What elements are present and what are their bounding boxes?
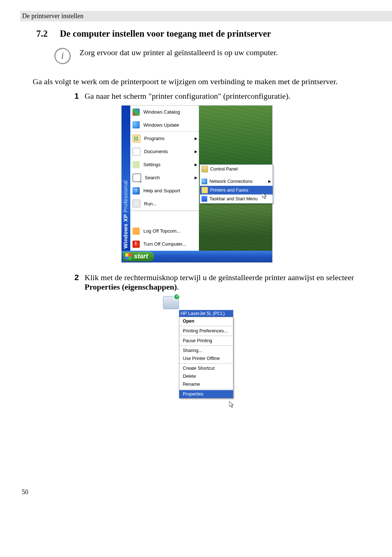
desktop-background: Control Panel Network Connections▶ Print… — [199, 106, 272, 251]
start-menu-brand-strip: Windows XP Professional — [122, 106, 130, 251]
ctx-printing-preferences[interactable]: Printing Preferences... — [179, 327, 233, 335]
menu-run[interactable]: Run... — [130, 197, 199, 210]
power-icon — [132, 241, 140, 248]
printer-context-menu: Open Printing Preferences... Pause Print… — [179, 317, 233, 398]
intro-paragraph: Ga als volgt te werk om de printerpoort … — [33, 77, 372, 87]
ctx-properties[interactable]: Properties — [179, 390, 233, 398]
ctx-create-shortcut[interactable]: Create Shortcut — [179, 364, 233, 372]
printer-icon — [201, 187, 208, 193]
svg-marker-0 — [262, 193, 266, 199]
info-icon: i — [54, 48, 70, 64]
menu-programs[interactable]: Programs▶ — [130, 132, 199, 145]
menu-windows-catalog[interactable]: Windows Catalog — [130, 106, 199, 119]
programs-icon — [132, 135, 140, 143]
step-2-number: 2 — [74, 273, 85, 292]
menu-logoff[interactable]: Log Off Topcom... — [130, 225, 199, 238]
start-button[interactable]: start — [123, 252, 154, 261]
menu-turnoff[interactable]: Turn Off Computer... — [130, 238, 199, 251]
chevron-right-icon: ▶ — [195, 163, 197, 167]
page-number: 50 — [22, 488, 372, 496]
menu-search[interactable]: Search▶ — [130, 171, 199, 184]
step-1-number: 1 — [74, 91, 85, 101]
control-panel-icon — [201, 166, 208, 172]
ctx-open[interactable]: Open — [179, 317, 233, 325]
chevron-right-icon: ▶ — [195, 150, 197, 153]
svg-marker-1 — [229, 401, 233, 407]
run-icon — [132, 200, 140, 208]
cursor-icon — [229, 401, 235, 409]
windows-flag-icon — [125, 253, 132, 260]
running-header: De printserver instellen — [20, 11, 392, 21]
menu-settings[interactable]: Settings▶ — [130, 158, 199, 171]
submenu-control-panel[interactable]: Control Panel — [200, 165, 273, 173]
submenu-printers-faxes[interactable]: Printers and Faxes — [200, 186, 273, 194]
logoff-icon — [132, 228, 140, 235]
start-menu-column: Windows Catalog Windows Update Programs▶… — [130, 106, 199, 251]
taskbar-icon — [201, 196, 207, 202]
section-number: 7.2 — [36, 29, 60, 39]
step-1: 1 Ga naar het scherm "printer configurat… — [74, 91, 372, 101]
flag-icon — [132, 108, 140, 116]
menu-documents[interactable]: Documents▶ — [130, 145, 199, 158]
ctx-delete[interactable]: Delete — [179, 372, 233, 380]
ctx-use-offline[interactable]: Use Printer Offline — [179, 355, 233, 363]
submenu-taskbar[interactable]: Taskbar and Start Menu — [200, 194, 273, 203]
section-heading: 7.2 De computer instellen voor toegang m… — [36, 29, 372, 39]
search-icon — [132, 173, 141, 182]
ctx-pause-printing[interactable]: Pause Printing — [179, 337, 233, 345]
step-2: 2 Klik met de rechtermuisknop terwijl u … — [74, 273, 372, 292]
printer-device-icon[interactable] — [163, 296, 179, 309]
step-2-text: Klik met de rechtermuisknop terwijl u de… — [85, 273, 372, 292]
step-1-text: Ga naar het scherm "printer configuratio… — [85, 91, 372, 101]
info-note-text: Zorg ervoor dat uw printer al geïnstalle… — [79, 48, 278, 57]
start-menu-screenshot: Windows XP Professional Windows Catalog … — [121, 105, 273, 263]
context-menu-screenshot: HP LaserJet 5L (PCL) Open Printing Prefe… — [161, 296, 233, 409]
ctx-rename[interactable]: Rename — [179, 380, 233, 388]
section-title-text: De computer instellen voor toegang met d… — [60, 29, 271, 39]
taskbar: start — [122, 251, 272, 262]
chevron-right-icon: ▶ — [195, 176, 197, 180]
documents-icon — [132, 148, 140, 156]
globe-icon — [132, 121, 140, 128]
submenu-network[interactable]: Network Connections▶ — [200, 177, 273, 186]
ctx-sharing[interactable]: Sharing... — [179, 347, 233, 355]
network-icon — [201, 179, 207, 184]
menu-help[interactable]: ?Help and Support — [130, 184, 199, 197]
printer-name-label: HP LaserJet 5L (PCL) — [179, 310, 233, 317]
chevron-right-icon: ▶ — [268, 179, 271, 183]
info-note: i Zorg ervoor dat uw printer al geïnstal… — [54, 48, 372, 64]
help-icon: ? — [132, 187, 140, 194]
settings-icon — [132, 161, 140, 168]
cursor-icon — [262, 193, 268, 200]
menu-windows-update[interactable]: Windows Update — [130, 119, 199, 132]
chevron-right-icon: ▶ — [195, 136, 197, 140]
